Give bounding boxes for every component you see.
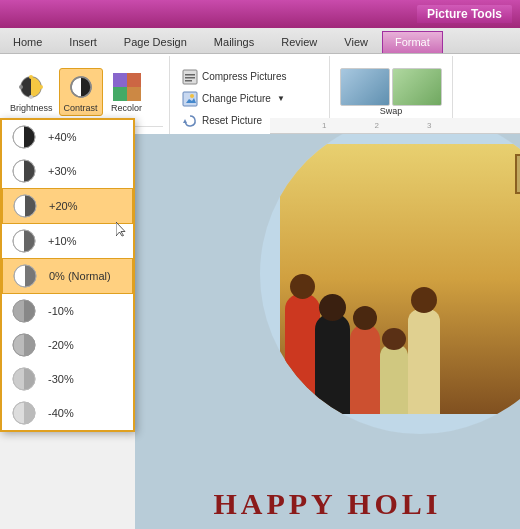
contrast-value-neg40: -40% bbox=[48, 407, 74, 419]
ruler-mark-1: 1 bbox=[322, 121, 326, 130]
brightness-label: Brightness bbox=[10, 103, 53, 113]
recolor-icon bbox=[111, 71, 143, 103]
change-picture-arrow: ▼ bbox=[277, 94, 285, 103]
person-4 bbox=[380, 344, 408, 414]
contrast-value-10: +10% bbox=[48, 235, 76, 247]
svg-point-17 bbox=[190, 94, 194, 98]
swap-button[interactable]: Swap bbox=[336, 66, 446, 118]
contrast-item-20[interactable]: +20% bbox=[2, 188, 133, 224]
svg-rect-10 bbox=[113, 87, 127, 101]
svg-rect-16 bbox=[183, 92, 197, 106]
ruler-inner: 1 2 3 bbox=[270, 118, 520, 133]
tab-mailings[interactable]: Mailings bbox=[201, 31, 267, 53]
ribbon-tabs: Home Insert Page Design Mailings Review … bbox=[0, 28, 520, 54]
svg-rect-15 bbox=[185, 80, 192, 82]
ruler-mark-3: 3 bbox=[427, 121, 431, 130]
person-4-head bbox=[382, 328, 406, 350]
recolor-button[interactable]: Recolor bbox=[105, 69, 149, 115]
contrast-item-10[interactable]: +10% bbox=[2, 224, 133, 258]
compress-label: Compress Pictures bbox=[202, 71, 286, 82]
contrast-circle-10 bbox=[10, 227, 38, 255]
svg-point-1 bbox=[29, 75, 33, 79]
contrast-icon bbox=[65, 71, 97, 103]
document-area: HAPPY HOLI bbox=[135, 134, 520, 529]
contrast-value-30: +30% bbox=[48, 165, 76, 177]
contrast-circle-neg20 bbox=[10, 331, 38, 359]
tab-page-design[interactable]: Page Design bbox=[111, 31, 200, 53]
adjust-items: Brightness Contrast bbox=[6, 58, 149, 126]
svg-rect-9 bbox=[127, 73, 141, 87]
change-picture-icon bbox=[182, 91, 198, 107]
picture-frame bbox=[515, 154, 520, 194]
contrast-circle-30 bbox=[10, 157, 38, 185]
contrast-dropdown: +40% +30% +20% bbox=[0, 118, 135, 432]
swap-icons bbox=[340, 68, 442, 106]
title-bar: Picture Tools bbox=[0, 0, 520, 28]
contrast-item-30[interactable]: +30% bbox=[2, 154, 133, 188]
contrast-value-neg20: -20% bbox=[48, 339, 74, 351]
contrast-item-neg20[interactable]: -20% bbox=[2, 328, 133, 362]
svg-point-2 bbox=[29, 95, 33, 99]
happy-holidays-text: HAPPY HOLI bbox=[135, 487, 520, 521]
contrast-item-neg30[interactable]: -30% bbox=[2, 362, 133, 396]
contrast-value-neg10: -10% bbox=[48, 305, 74, 317]
person-2 bbox=[315, 314, 350, 414]
svg-rect-8 bbox=[113, 73, 127, 87]
reset-picture-label: Reset Picture bbox=[202, 115, 262, 126]
contrast-value-40: +40% bbox=[48, 131, 76, 143]
ruler-mark-2: 2 bbox=[374, 121, 378, 130]
swap-items: Swap bbox=[336, 58, 446, 126]
svg-rect-13 bbox=[185, 74, 195, 76]
recolor-label: Recolor bbox=[111, 103, 142, 113]
change-picture-label: Change Picture bbox=[202, 93, 271, 104]
picture-tools-label: Picture Tools bbox=[417, 5, 512, 23]
contrast-button[interactable]: Contrast bbox=[59, 68, 103, 116]
change-picture-button[interactable]: Change Picture ▼ bbox=[176, 89, 292, 109]
contrast-item-40[interactable]: +40% bbox=[2, 120, 133, 154]
brightness-button[interactable]: Brightness bbox=[6, 69, 57, 115]
contrast-circle-neg40 bbox=[10, 399, 38, 427]
contrast-circle-20 bbox=[11, 192, 39, 220]
swap-icon-2 bbox=[392, 68, 442, 106]
compress-icon bbox=[182, 69, 198, 85]
contrast-circle-normal bbox=[11, 262, 39, 290]
svg-marker-18 bbox=[183, 119, 187, 123]
person-2-head bbox=[319, 294, 346, 321]
happy-text: HAPPY HOLI bbox=[213, 487, 441, 520]
tab-home[interactable]: Home bbox=[0, 31, 55, 53]
contrast-item-neg40[interactable]: -40% bbox=[2, 396, 133, 430]
contrast-value-neg30: -30% bbox=[48, 373, 74, 385]
compress-pictures-button[interactable]: Compress Pictures bbox=[176, 67, 292, 87]
svg-rect-11 bbox=[127, 87, 141, 101]
contrast-value-normal: 0% (Normal) bbox=[49, 270, 111, 282]
swap-label: Swap bbox=[380, 106, 403, 116]
circle-frame bbox=[260, 134, 520, 434]
contrast-item-neg10[interactable]: -10% bbox=[2, 294, 133, 328]
contrast-value-20: +20% bbox=[49, 200, 77, 212]
contrast-label: Contrast bbox=[64, 103, 98, 113]
reset-icon bbox=[182, 113, 198, 129]
photo bbox=[280, 144, 520, 414]
ruler: 1 2 3 bbox=[270, 118, 520, 134]
person-5 bbox=[408, 309, 440, 414]
contrast-circle-40 bbox=[10, 123, 38, 151]
tab-review[interactable]: Review bbox=[268, 31, 330, 53]
brightness-icon bbox=[15, 71, 47, 103]
person-3 bbox=[350, 324, 380, 414]
tab-insert[interactable]: Insert bbox=[56, 31, 110, 53]
tab-view[interactable]: View bbox=[331, 31, 381, 53]
person-1-head bbox=[290, 274, 315, 299]
svg-point-3 bbox=[19, 85, 23, 89]
swap-icon-1 bbox=[340, 68, 390, 106]
person-3-head bbox=[353, 306, 377, 330]
svg-rect-14 bbox=[185, 77, 195, 79]
svg-point-4 bbox=[39, 85, 43, 89]
contrast-circle-neg10 bbox=[10, 297, 38, 325]
tab-format[interactable]: Format bbox=[382, 31, 443, 53]
contrast-circle-neg30 bbox=[10, 365, 38, 393]
contrast-item-normal[interactable]: 0% (Normal) bbox=[2, 258, 133, 294]
person-5-head bbox=[411, 287, 437, 313]
